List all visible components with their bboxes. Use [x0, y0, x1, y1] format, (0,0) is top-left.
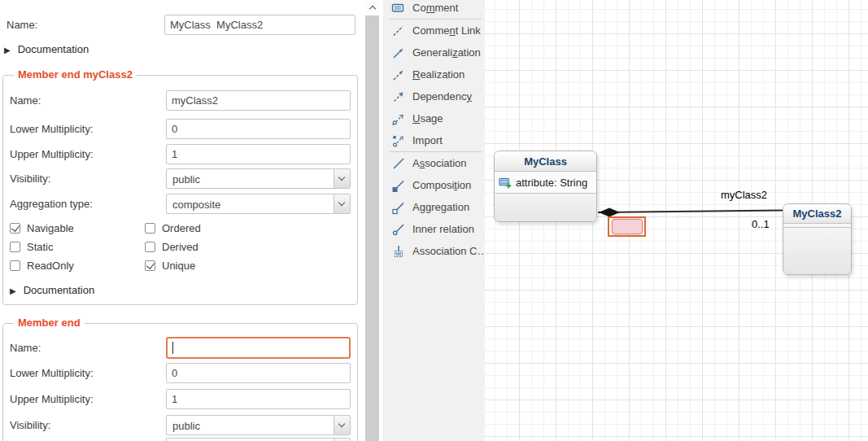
association-end-name-label[interactable]: myClass2 — [721, 189, 767, 201]
chevron-down-icon — [338, 199, 345, 206]
aggregation-type-select[interactable]: composite — [166, 194, 351, 214]
import-icon — [391, 133, 406, 148]
visibility-label: Visibility: — [10, 419, 50, 431]
chevron-up-icon — [369, 6, 375, 12]
checkbox-ordered[interactable]: Ordered — [145, 222, 201, 234]
operations-compartment — [783, 228, 851, 274]
palette-item-label: Realization — [412, 68, 465, 81]
documentation-toggle[interactable]: ▶Documentation — [10, 284, 94, 296]
dropdown-button[interactable] — [334, 416, 350, 434]
checkbox-unchecked-icon[interactable] — [10, 260, 20, 271]
scroll-up-button[interactable] — [365, 0, 379, 15]
diagram-canvas[interactable]: MyClass attribute: String MyClass2 myCla… — [485, 0, 868, 441]
chevron-down-icon — [338, 421, 345, 427]
checkbox-navigable[interactable]: Navigable — [10, 222, 145, 234]
visibility-value: public — [172, 173, 200, 186]
palette-item-label: Dependency — [412, 90, 472, 103]
association-end-label-editor[interactable] — [612, 219, 643, 234]
palette-item-import[interactable]: Import — [383, 129, 485, 151]
palette-item-label: Aggregation — [412, 201, 469, 213]
palette-item-label: Generalization — [412, 46, 481, 59]
attribute-row[interactable]: attribute: String — [495, 172, 596, 194]
palette-item-aggregation[interactable]: Aggregation — [383, 196, 485, 218]
chevron-down-icon — [338, 174, 345, 181]
class-node-myclass[interactable]: MyClass attribute: String — [494, 151, 597, 222]
checkbox-unique[interactable]: Unique — [145, 260, 201, 271]
palette-item-association-c[interactable]: Association C… — [383, 240, 485, 262]
checkbox-unchecked-icon[interactable] — [10, 242, 20, 252]
section-legend: Member end myClass2 — [14, 68, 137, 81]
member-name-input-focused[interactable] — [166, 337, 351, 359]
checkbox-checked-icon[interactable] — [145, 260, 155, 271]
association-icon — [391, 156, 406, 171]
section-legend: Member end — [14, 317, 85, 329]
palette-item-label: Comment Link — [412, 24, 481, 37]
checkbox-label: Derived — [162, 241, 198, 253]
lower-multiplicity-input[interactable] — [166, 363, 351, 383]
documentation-label: Documentation — [18, 43, 89, 55]
operations-compartment — [495, 194, 596, 221]
dropdown-button[interactable] — [334, 169, 350, 188]
realization-icon — [391, 68, 406, 82]
palette-item-realization[interactable]: Realization — [383, 63, 485, 85]
checkbox-static[interactable]: Static — [10, 241, 145, 252]
documentation-label: Documentation — [24, 284, 94, 296]
aggregation-type-value: composite — [172, 199, 220, 211]
lower-multiplicity-label: Lower Multiplicity: — [10, 367, 94, 379]
palette-item-composition[interactable]: Composition — [383, 174, 485, 196]
generalization-icon — [391, 46, 406, 60]
palette-item-usage[interactable]: Usage — [383, 107, 485, 129]
aggregation-type-label: Aggregation type: — [10, 198, 93, 210]
text-caret — [172, 342, 173, 354]
member-name-input[interactable] — [166, 90, 351, 111]
comment-link-icon — [391, 24, 406, 38]
palette-item-comment-link[interactable]: Comment Link — [383, 20, 485, 41]
scrollbar-thumb[interactable] — [365, 15, 379, 441]
triangle-right-icon: ▶ — [10, 286, 16, 295]
palette-item-comment[interactable]: Comment — [383, 0, 485, 19]
association-class-icon — [391, 244, 406, 259]
upper-multiplicity-label: Upper Multiplicity: — [10, 148, 94, 160]
checkbox-unchecked-icon[interactable] — [145, 223, 155, 234]
upper-multiplicity-input[interactable] — [166, 389, 351, 409]
visibility-value: public — [172, 420, 200, 432]
checkbox-grid: NavigableOrderedStaticDerivedReadOnlyUni… — [10, 222, 201, 271]
checkbox-label: Ordered — [162, 222, 201, 234]
dropdown-button[interactable] — [334, 194, 350, 213]
checkbox-derived[interactable]: Derived — [145, 241, 201, 252]
class-title: MyClass — [495, 151, 596, 172]
member-end-myclass2-section: Member end myClass2 Name: Lower Multipli… — [2, 75, 358, 305]
tool-palette: CommentComment LinkGeneralizationRealiza… — [383, 0, 485, 441]
palette-item-label: Import — [412, 134, 443, 146]
name-input[interactable] — [164, 15, 355, 35]
palette-item-label: Usage — [412, 112, 443, 124]
upper-multiplicity-label: Upper Multiplicity: — [10, 393, 94, 405]
documentation-toggle[interactable]: ▶Documentation — [4, 43, 89, 55]
palette-item-label: Association — [412, 157, 466, 169]
name-label: Name: — [7, 19, 37, 31]
attribute-label: attribute: String — [516, 177, 587, 189]
upper-multiplicity-input[interactable] — [166, 144, 351, 164]
visibility-select[interactable]: public — [166, 168, 351, 189]
visibility-label: Visibility: — [10, 172, 50, 185]
dependency-icon — [391, 90, 406, 104]
vertical-scrollbar[interactable] — [365, 0, 379, 441]
inner-relation-icon — [391, 222, 406, 237]
lower-multiplicity-input[interactable] — [166, 119, 351, 139]
aggregation-icon — [391, 200, 406, 215]
partial-select[interactable] — [166, 438, 351, 441]
checkbox-checked-icon[interactable] — [10, 223, 20, 234]
checkbox-unchecked-icon[interactable] — [145, 242, 155, 252]
visibility-select[interactable]: public — [166, 415, 351, 435]
palette-item-generalization[interactable]: Generalization — [383, 41, 485, 63]
palette-item-inner-relation[interactable]: Inner relation — [383, 218, 485, 240]
palette-item-dependency[interactable]: Dependency — [383, 85, 485, 107]
palette-item-association[interactable]: Association — [383, 152, 485, 174]
composition-icon — [391, 178, 406, 193]
name-label: Name: — [10, 94, 41, 107]
usage-icon — [391, 111, 406, 126]
palette-item-label: Inner relation — [412, 223, 474, 235]
class-node-myclass2[interactable]: MyClass2 — [783, 203, 852, 275]
association-multiplicity-label[interactable]: 0..1 — [752, 218, 770, 230]
checkbox-readonly[interactable]: ReadOnly — [10, 260, 145, 271]
